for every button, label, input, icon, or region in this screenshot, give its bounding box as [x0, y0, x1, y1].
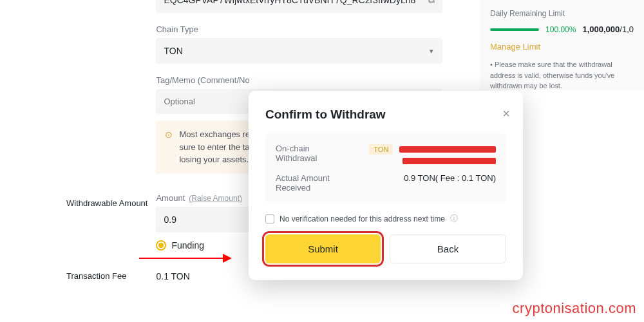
- redacted-address-2: [402, 158, 496, 164]
- chain-badge: TON: [369, 144, 393, 155]
- back-button[interactable]: Back: [390, 234, 506, 263]
- onchain-withdrawal-label: On-chain Withdrawal: [276, 144, 346, 164]
- sidebar-note: • Please make sure that the withdrawal a…: [490, 59, 634, 91]
- funding-radio-label: Funding: [171, 240, 204, 251]
- annotation-arrow: [139, 252, 232, 263]
- watermark: cryptonisation.com: [513, 300, 636, 317]
- address-input[interactable]: EQC4GPVAP7WljwtxEtVrryHT8CTuVBNIT7Q_RC2r…: [156, 0, 442, 13]
- help-icon[interactable]: ⓘ: [450, 213, 458, 224]
- limits-sidebar: Daily Remaining Limit 100.00% 1,000,000/…: [480, 0, 644, 90]
- redacted-address: [399, 146, 496, 153]
- manage-limit-link[interactable]: Manage Limit: [490, 42, 634, 52]
- no-verification-checkbox[interactable]: [265, 214, 274, 223]
- limit-value: 1,000,000/1,0: [582, 24, 634, 34]
- daily-limit-label: Daily Remaining Limit: [490, 9, 634, 18]
- copy-icon[interactable]: ⧉: [428, 0, 435, 6]
- chain-type-label: Chain Type: [156, 24, 442, 34]
- onchain-withdrawal-value: TON: [346, 144, 496, 164]
- modal-title: Confirm to Withdraw: [265, 108, 506, 122]
- raise-amount-link[interactable]: (Raise Amount): [189, 194, 242, 203]
- tag-memo-label: Tag/Memo (Comment/No: [156, 75, 442, 85]
- progress-percent: 100.00%: [545, 25, 576, 34]
- chevron-down-icon: ▾: [430, 47, 433, 55]
- warning-icon: ⊙: [165, 128, 173, 166]
- submit-button[interactable]: Submit: [265, 234, 381, 263]
- no-verification-label: No verification needed for this address …: [279, 214, 445, 223]
- close-icon[interactable]: ×: [502, 106, 510, 121]
- chain-type-select[interactable]: TON: [156, 38, 442, 64]
- actual-amount-label: Actual Amount Received: [276, 173, 346, 193]
- confirm-withdraw-modal: Confirm to Withdraw × On-chain Withdrawa…: [249, 91, 523, 280]
- withdrawable-amount-label: Withdrawable Amount: [66, 193, 153, 208]
- actual-amount-value: 0.9 TON( Fee : 0.1 TON): [346, 173, 496, 193]
- funding-radio[interactable]: [156, 240, 166, 251]
- transaction-fee-label: Transaction Fee: [66, 266, 153, 281]
- progress-bar: [490, 28, 539, 31]
